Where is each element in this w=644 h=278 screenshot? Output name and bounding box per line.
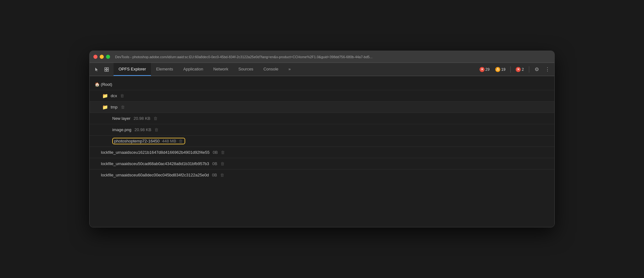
content-area: 🏠 (Root) 📁 dcx 🗑 📁 tmp 🗑 — [90, 76, 554, 227]
file-name: image.png 20.98 KB 🗑 — [112, 127, 549, 132]
title-bar: DevTools - photoshop.adobe.com/id/urn:aa… — [90, 51, 554, 63]
svg-rect-2 — [105, 70, 106, 71]
list-item[interactable]: 📁 tmp 🗑 — [90, 101, 554, 113]
second-error-badge[interactable]: ✕ 2 — [514, 66, 526, 73]
folder-icon: 📁 — [102, 93, 108, 99]
close-button[interactable] — [93, 55, 97, 59]
svg-rect-3 — [107, 70, 108, 71]
list-item[interactable]: photoshoptemp72-16450 448 MB 🗑 — [90, 135, 554, 147]
file-name: lockfile_urnaaidsceu50cad68ab0ac43428a8d… — [101, 161, 549, 166]
toolbar-divider — [510, 66, 511, 73]
file-name: tmp 🗑 — [111, 105, 549, 109]
list-item[interactable]: lockfile_urnaaidsceu50cad68ab0ac43428a8d… — [90, 158, 554, 169]
trash-icon[interactable]: 🗑 — [153, 116, 158, 121]
trash-icon[interactable]: 🗑 — [220, 161, 225, 166]
file-name: New layer 20.98 KB 🗑 — [112, 116, 549, 121]
minimize-button[interactable] — [100, 55, 104, 59]
settings-button[interactable]: ⚙ — [532, 65, 541, 74]
devtools-window: DevTools - photoshop.adobe.com/id/urn:aa… — [89, 51, 555, 227]
maximize-button[interactable] — [106, 55, 110, 59]
window-title: DevTools - photoshop.adobe.com/id/urn:aa… — [115, 55, 551, 59]
list-item[interactable]: lockfile_urnaaidsceu1621b1647d8d4166962b… — [90, 147, 554, 158]
trash-icon[interactable]: 🗑 — [220, 173, 224, 177]
trash-icon[interactable]: 🗑 — [221, 150, 225, 155]
folder-icon: 📁 — [102, 104, 108, 110]
error-badge[interactable]: ✕ 29 — [478, 66, 491, 73]
svg-rect-0 — [105, 68, 106, 69]
tab-sources[interactable]: Sources — [233, 63, 258, 76]
trash-icon[interactable]: 🗑 — [179, 139, 183, 143]
trash-icon[interactable]: 🗑 — [154, 127, 158, 132]
list-item[interactable]: image.png 20.98 KB 🗑 — [90, 124, 554, 135]
more-options-button[interactable]: ⋮ — [543, 65, 552, 74]
file-name: lockfile_urnaaidsceu60a8dec00ec045bd834f… — [101, 173, 549, 177]
toolbar-divider2 — [529, 66, 529, 73]
highlighted-file: photoshoptemp72-16450 448 MB 🗑 — [112, 138, 185, 144]
list-item[interactable]: New layer 20.98 KB 🗑 — [90, 113, 554, 124]
toolbar: OPFS Explorer Elements Application Netwo… — [90, 63, 554, 76]
tab-application[interactable]: Application — [178, 63, 208, 76]
list-item[interactable]: 📁 dcx 🗑 — [90, 90, 554, 101]
tab-elements[interactable]: Elements — [151, 63, 178, 76]
svg-rect-1 — [107, 68, 108, 69]
tabs: OPFS Explorer Elements Application Netwo… — [114, 63, 475, 76]
root-label: 🏠 (Root) — [95, 82, 549, 87]
tab-console[interactable]: Console — [258, 63, 284, 76]
trash-icon[interactable]: 🗑 — [121, 105, 125, 109]
tab-network[interactable]: Network — [208, 63, 233, 76]
toolbar-right: ✕ 29 ⚠ 19 ✕ 2 ⚙ ⋮ — [475, 63, 552, 76]
file-name: dcx 🗑 — [111, 93, 549, 98]
error-icon: ✕ — [480, 67, 485, 72]
file-tree: 🏠 (Root) 📁 dcx 🗑 📁 tmp 🗑 — [90, 76, 554, 183]
list-item[interactable]: lockfile_urnaaidsceu60a8dec00ec045bd834f… — [90, 169, 554, 181]
root-item[interactable]: 🏠 (Root) — [90, 79, 554, 90]
tab-opfs-explorer[interactable]: OPFS Explorer — [114, 63, 151, 76]
warning-icon: ⚠ — [495, 67, 500, 72]
cursor-icon[interactable] — [92, 65, 101, 74]
file-name: lockfile_urnaaidsceu1621b1647d8d4166962b… — [101, 150, 549, 155]
toolbar-icons — [92, 63, 114, 76]
tab-more[interactable]: » — [283, 63, 296, 76]
trash-icon[interactable]: 🗑 — [120, 93, 124, 98]
warning-badge[interactable]: ⚠ 19 — [493, 66, 507, 73]
file-name: photoshoptemp72-16450 448 MB 🗑 — [112, 138, 549, 144]
inspect-icon[interactable] — [102, 65, 111, 74]
second-error-icon: ✕ — [516, 67, 521, 72]
traffic-lights — [93, 55, 110, 59]
